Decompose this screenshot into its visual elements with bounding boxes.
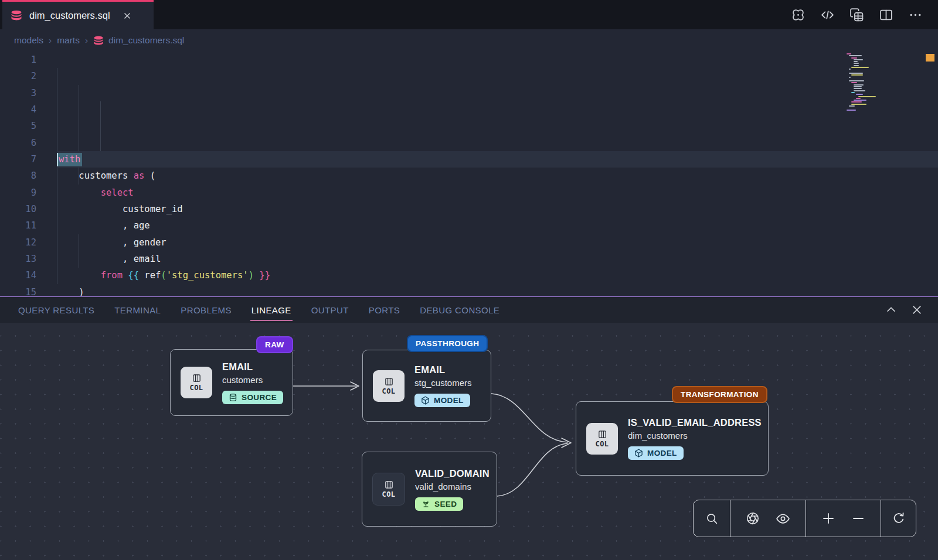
- chevron-up-icon[interactable]: [885, 304, 897, 316]
- lineage-node-dim-customers[interactable]: COL IS_VALID_EMAIL_ADDRESS dim_customers…: [576, 401, 769, 476]
- node-subtitle: dim_customers: [628, 431, 762, 441]
- code-line[interactable]: from {{ ref('stg_customers') }}: [57, 267, 938, 284]
- code-line[interactable]: ): [57, 284, 938, 296]
- close-panel-icon[interactable]: [911, 304, 923, 316]
- dbt-logo-icon[interactable]: [791, 8, 806, 22]
- line-number: 12: [0, 234, 36, 251]
- badge-label: SEED: [434, 500, 457, 508]
- col-label: COL: [382, 490, 395, 498]
- tab-title: dim_customers.sql: [29, 10, 110, 21]
- line-number: 11: [0, 217, 36, 234]
- more-actions-icon[interactable]: [908, 8, 923, 22]
- line-number: 15: [0, 284, 36, 296]
- tab-query-results[interactable]: QUERY RESULTS: [8, 297, 104, 323]
- minimap-line: [854, 84, 864, 86]
- minimap-line: [851, 74, 863, 76]
- minimap-line: [849, 77, 851, 78]
- code-line[interactable]: with: [57, 151, 938, 168]
- line-number: 1: [0, 52, 36, 68]
- copy-table-icon[interactable]: [849, 8, 864, 22]
- raw-tag: RAW: [256, 336, 293, 353]
- minimap[interactable]: [847, 53, 920, 111]
- tab-terminal[interactable]: TERMINAL: [104, 297, 171, 323]
- tab-dim-customers[interactable]: dim_customers.sql: [2, 0, 154, 29]
- minimap-line: [851, 92, 855, 93]
- minimap-line: [849, 69, 851, 70]
- editor-tab-bar: dim_customers.sql: [0, 0, 938, 29]
- code-line[interactable]: , gender: [57, 234, 938, 251]
- lineage-node-stg-customers[interactable]: COL EMAIL stg_customers MODEL: [362, 350, 491, 422]
- node-subtitle: customers: [222, 375, 283, 385]
- tab-output[interactable]: OUTPUT: [301, 297, 359, 323]
- column-chip: COL: [586, 423, 618, 455]
- badge-label: SOURCE: [242, 393, 277, 402]
- model-badge: MODEL: [414, 394, 470, 407]
- bottom-panel-header: QUERY RESULTS TERMINAL PROBLEMS LINEAGE …: [0, 296, 938, 323]
- minimap-line: [854, 63, 859, 64]
- close-tab-icon[interactable]: [123, 12, 131, 20]
- node-title: EMAIL: [414, 364, 472, 375]
- minimap-line: [851, 101, 862, 103]
- zoom-in-icon[interactable]: [821, 511, 835, 525]
- database-icon: [93, 36, 104, 46]
- zoom-out-icon[interactable]: [851, 511, 865, 525]
- breadcrumb-models[interactable]: models: [14, 35, 43, 46]
- badge-label: MODEL: [434, 396, 464, 405]
- refresh-icon[interactable]: [892, 511, 906, 525]
- col-label: COL: [595, 440, 609, 448]
- minimap-line: [847, 53, 851, 54]
- minimap-line: [854, 65, 859, 66]
- lineage-node-customers[interactable]: COL EMAIL customers SOURCE: [170, 349, 293, 416]
- breadcrumb-separator: ›: [85, 35, 88, 46]
- search-icon[interactable]: [705, 512, 719, 525]
- node-title: VALID_DOMAIN: [415, 468, 490, 479]
- minimap-line: [849, 80, 864, 81]
- overview-ruler-mark: [926, 54, 934, 62]
- minimap-line: [856, 98, 861, 99]
- line-number: 7: [0, 151, 36, 168]
- column-chip: COL: [181, 367, 212, 398]
- gutter: 123456789101112131415: [0, 52, 57, 296]
- line-number: 13: [0, 251, 36, 267]
- tab-problems[interactable]: PROBLEMS: [171, 297, 242, 323]
- minimap-line: [854, 59, 863, 60]
- code-line[interactable]: customer_id: [57, 201, 938, 217]
- line-number: 8: [0, 168, 36, 184]
- code-area[interactable]: with customers as ( select customer_id ,…: [57, 52, 938, 296]
- line-number: 4: [0, 101, 36, 118]
- lineage-toolbar: [693, 500, 916, 537]
- code-line[interactable]: customers as (: [57, 168, 938, 184]
- code-line[interactable]: select: [57, 185, 938, 201]
- lineage-canvas[interactable]: COL EMAIL customers SOURCE RAW COL EMAIL…: [0, 323, 938, 560]
- line-number: 2: [0, 68, 36, 84]
- tab-ports[interactable]: PORTS: [359, 297, 410, 323]
- node-subtitle: valid_domains: [415, 482, 490, 491]
- line-number: 5: [0, 118, 36, 134]
- eye-icon[interactable]: [776, 511, 790, 526]
- transformation-tag: TRANSFORMATION: [672, 386, 767, 403]
- breadcrumb-marts[interactable]: marts: [57, 35, 80, 46]
- minimap-line: [854, 88, 862, 89]
- split-editor-icon[interactable]: [879, 8, 893, 22]
- code-line[interactable]: , email: [57, 251, 938, 267]
- tab-lineage[interactable]: LINEAGE: [242, 297, 301, 323]
- tab-debug-console[interactable]: DEBUG CONSOLE: [410, 297, 509, 323]
- code-icon[interactable]: [820, 8, 835, 22]
- minimap-line: [854, 86, 862, 87]
- aperture-icon[interactable]: [746, 511, 760, 525]
- minimap-line: [849, 105, 855, 107]
- database-icon: [229, 393, 237, 402]
- line-number: 14: [0, 267, 36, 284]
- code-editor[interactable]: 123456789101112131415 with customers as …: [0, 52, 938, 296]
- minimap-line: [851, 82, 857, 83]
- passthrough-tag: PASSTHROUGH: [407, 335, 488, 352]
- badge-label: MODEL: [647, 449, 677, 457]
- node-title: IS_VALID_EMAIL_ADDRESS: [628, 417, 762, 428]
- node-subtitle: stg_customers: [414, 378, 472, 388]
- minimap-line: [854, 100, 866, 101]
- code-lines: with customers as ( select customer_id ,…: [57, 151, 938, 296]
- lineage-node-valid-domains[interactable]: COL VALID_DOMAIN valid_domains SEED: [362, 452, 497, 527]
- breadcrumb-file[interactable]: dim_customers.sql: [93, 35, 184, 46]
- code-line[interactable]: , age: [57, 217, 938, 234]
- panel-actions: [885, 304, 930, 316]
